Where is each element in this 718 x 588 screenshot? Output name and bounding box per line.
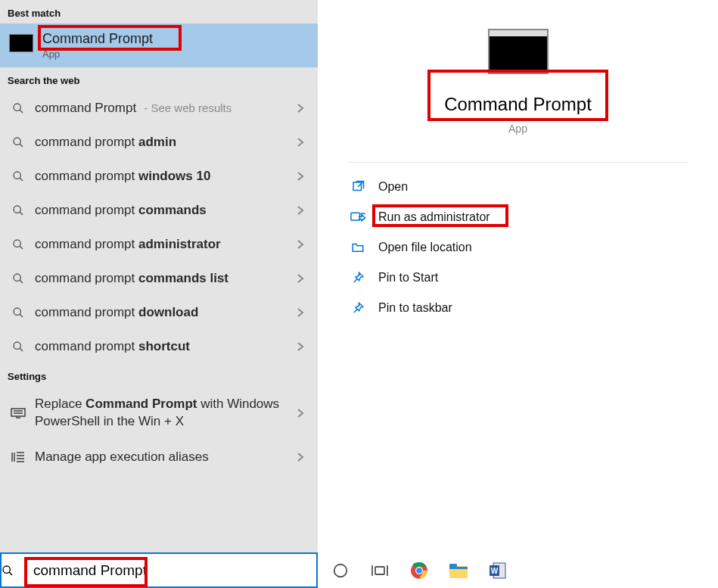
annotation-box [38, 25, 182, 51]
pin-icon [348, 271, 368, 285]
action-run-as-administrator[interactable]: Run as administrator [318, 202, 718, 232]
svg-line-5 [20, 178, 23, 181]
result-text: command prompt admin [35, 135, 292, 150]
settings-result-row[interactable]: Replace Command Prompt with Windows Powe… [0, 387, 318, 440]
admin-icon [348, 210, 368, 224]
svg-text:W: W [491, 567, 499, 575]
svg-line-15 [20, 348, 23, 351]
svg-point-31 [334, 564, 347, 577]
web-result-row[interactable]: command prompt windows 10 [0, 159, 318, 193]
task-view-icon[interactable] [369, 560, 390, 581]
search-box[interactable] [0, 552, 318, 588]
word-icon[interactable]: W [487, 560, 508, 581]
svg-point-29 [3, 566, 10, 573]
search-web-heading: Search the web [0, 67, 318, 91]
svg-rect-34 [375, 567, 384, 574]
svg-rect-40 [449, 567, 468, 569]
settings-item-icon [9, 408, 27, 418]
explorer-icon[interactable] [448, 560, 469, 581]
search-icon [9, 306, 27, 319]
chevron-right-icon[interactable] [292, 205, 309, 216]
settings-heading: Settings [0, 363, 318, 387]
svg-point-10 [14, 274, 20, 281]
best-match-item[interactable]: Command Prompt App [0, 23, 318, 67]
result-text: command prompt shortcut [35, 339, 292, 354]
svg-point-37 [416, 568, 422, 574]
annotation-box [427, 70, 608, 121]
action-label: Open [378, 180, 408, 194]
result-text: command prompt commands [35, 203, 292, 218]
svg-rect-28 [351, 213, 359, 220]
cmd-icon [9, 34, 33, 52]
web-result-row[interactable]: command prompt commands [0, 193, 318, 227]
svg-line-7 [20, 212, 23, 215]
search-icon [9, 341, 27, 353]
search-icon [9, 238, 27, 250]
annotation-box [24, 557, 148, 587]
search-icon [9, 102, 27, 114]
taskbar: W [0, 552, 718, 588]
action-label: Open file location [378, 241, 472, 254]
search-icon [9, 272, 27, 285]
chevron-right-icon[interactable] [292, 452, 309, 462]
settings-result-row[interactable]: Manage app execution aliases [0, 440, 318, 475]
web-result-row[interactable]: command prompt administrator [0, 227, 318, 261]
preview-subtitle: App [318, 123, 718, 135]
preview-panel: Command Prompt App Open Run as administr… [318, 0, 718, 552]
search-icon [9, 136, 27, 148]
result-text: Replace Command Prompt with Windows Powe… [35, 396, 292, 431]
annotation-box [372, 204, 508, 227]
svg-line-9 [20, 246, 23, 249]
chevron-right-icon[interactable] [292, 171, 309, 182]
svg-line-30 [9, 572, 12, 575]
open-icon [348, 180, 368, 194]
settings-item-icon [9, 451, 27, 463]
result-text: command Prompt - See web results [35, 101, 292, 116]
action-label: Pin to taskbar [378, 301, 452, 315]
chevron-right-icon[interactable] [292, 273, 309, 284]
svg-line-11 [20, 280, 23, 283]
chevron-right-icon[interactable] [292, 239, 309, 250]
search-results-panel: Best match Command Prompt App Search the… [0, 0, 318, 552]
chevron-right-icon[interactable] [292, 137, 309, 148]
action-label: Pin to Start [378, 271, 438, 285]
search-icon [9, 170, 27, 182]
chevron-right-icon[interactable] [292, 341, 309, 352]
svg-rect-26 [353, 182, 362, 191]
svg-rect-16 [11, 409, 25, 416]
search-icon [9, 204, 27, 216]
result-text: command prompt commands list [35, 271, 292, 286]
cortana-icon[interactable] [330, 560, 351, 581]
svg-line-13 [20, 314, 23, 317]
result-text: command prompt windows 10 [35, 169, 292, 184]
result-text: command prompt administrator [35, 237, 292, 252]
result-text: Manage app execution aliases [35, 449, 292, 466]
action-pin-to-start[interactable]: Pin to Start [318, 263, 718, 293]
action-pin-to-taskbar[interactable]: Pin to taskbar [318, 293, 718, 323]
svg-point-14 [14, 342, 20, 349]
action-open[interactable]: Open [318, 172, 718, 202]
chevron-right-icon[interactable] [292, 307, 309, 318]
chrome-icon[interactable] [409, 560, 430, 581]
svg-point-6 [14, 206, 20, 213]
web-result-row[interactable]: command prompt download [0, 295, 318, 329]
chevron-right-icon[interactable] [292, 103, 309, 114]
svg-point-8 [14, 240, 20, 247]
app-preview-icon [488, 29, 549, 74]
svg-point-0 [14, 104, 20, 110]
svg-line-1 [20, 110, 23, 113]
svg-point-12 [14, 308, 20, 315]
web-result-row[interactable]: command prompt commands list [0, 261, 318, 295]
best-match-heading: Best match [0, 0, 318, 23]
web-result-row[interactable]: command Prompt - See web results [0, 91, 318, 125]
folder-icon [348, 241, 368, 254]
pin-icon [348, 301, 368, 315]
svg-point-4 [14, 172, 20, 179]
web-result-row[interactable]: command prompt admin [0, 125, 318, 159]
action-open-file-location[interactable]: Open file location [318, 232, 718, 263]
svg-point-2 [14, 138, 20, 145]
result-text: command prompt download [35, 305, 292, 320]
web-result-row[interactable]: command prompt shortcut [0, 329, 318, 363]
svg-line-3 [20, 144, 23, 147]
chevron-right-icon[interactable] [292, 408, 309, 418]
